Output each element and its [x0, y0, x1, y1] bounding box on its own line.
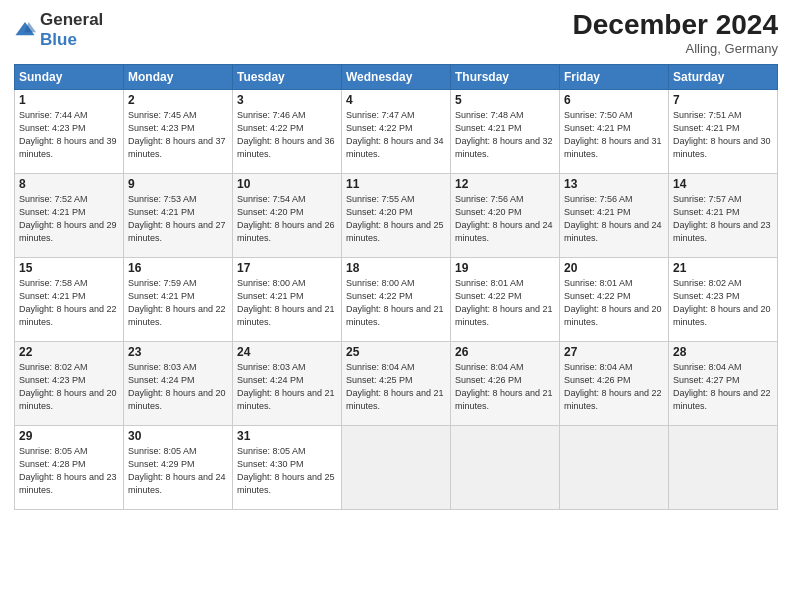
week-row-4: 29Sunrise: 8:05 AM Sunset: 4:28 PM Dayli… — [15, 425, 778, 509]
day-number: 16 — [128, 261, 228, 275]
calendar-header-row: SundayMondayTuesdayWednesdayThursdayFrid… — [15, 64, 778, 89]
cell-details: Sunrise: 8:04 AM Sunset: 4:26 PM Dayligh… — [564, 361, 664, 413]
day-number: 13 — [564, 177, 664, 191]
day-number: 1 — [19, 93, 119, 107]
day-number: 25 — [346, 345, 446, 359]
calendar-body: 1Sunrise: 7:44 AM Sunset: 4:23 PM Daylig… — [15, 89, 778, 509]
cell-details: Sunrise: 8:02 AM Sunset: 4:23 PM Dayligh… — [19, 361, 119, 413]
day-number: 15 — [19, 261, 119, 275]
day-header-monday: Monday — [124, 64, 233, 89]
calendar-cell: 22Sunrise: 8:02 AM Sunset: 4:23 PM Dayli… — [15, 341, 124, 425]
calendar-cell: 16Sunrise: 7:59 AM Sunset: 4:21 PM Dayli… — [124, 257, 233, 341]
calendar-cell: 21Sunrise: 8:02 AM Sunset: 4:23 PM Dayli… — [669, 257, 778, 341]
day-number: 17 — [237, 261, 337, 275]
calendar-cell: 15Sunrise: 7:58 AM Sunset: 4:21 PM Dayli… — [15, 257, 124, 341]
day-number: 3 — [237, 93, 337, 107]
day-number: 9 — [128, 177, 228, 191]
cell-details: Sunrise: 7:56 AM Sunset: 4:21 PM Dayligh… — [564, 193, 664, 245]
calendar-cell: 17Sunrise: 8:00 AM Sunset: 4:21 PM Dayli… — [233, 257, 342, 341]
cell-details: Sunrise: 8:00 AM Sunset: 4:21 PM Dayligh… — [237, 277, 337, 329]
calendar-cell: 31Sunrise: 8:05 AM Sunset: 4:30 PM Dayli… — [233, 425, 342, 509]
calendar-table: SundayMondayTuesdayWednesdayThursdayFrid… — [14, 64, 778, 510]
day-number: 7 — [673, 93, 773, 107]
cell-details: Sunrise: 8:04 AM Sunset: 4:25 PM Dayligh… — [346, 361, 446, 413]
calendar-cell — [560, 425, 669, 509]
week-row-1: 8Sunrise: 7:52 AM Sunset: 4:21 PM Daylig… — [15, 173, 778, 257]
calendar-cell: 1Sunrise: 7:44 AM Sunset: 4:23 PM Daylig… — [15, 89, 124, 173]
day-header-friday: Friday — [560, 64, 669, 89]
calendar-cell: 9Sunrise: 7:53 AM Sunset: 4:21 PM Daylig… — [124, 173, 233, 257]
day-number: 2 — [128, 93, 228, 107]
calendar-cell: 11Sunrise: 7:55 AM Sunset: 4:20 PM Dayli… — [342, 173, 451, 257]
day-header-thursday: Thursday — [451, 64, 560, 89]
calendar-cell: 13Sunrise: 7:56 AM Sunset: 4:21 PM Dayli… — [560, 173, 669, 257]
calendar-cell: 19Sunrise: 8:01 AM Sunset: 4:22 PM Dayli… — [451, 257, 560, 341]
cell-details: Sunrise: 8:03 AM Sunset: 4:24 PM Dayligh… — [237, 361, 337, 413]
cell-details: Sunrise: 8:05 AM Sunset: 4:30 PM Dayligh… — [237, 445, 337, 497]
logo-icon — [14, 19, 36, 41]
day-number: 5 — [455, 93, 555, 107]
calendar-cell — [342, 425, 451, 509]
logo-blue: Blue — [40, 30, 103, 50]
day-number: 19 — [455, 261, 555, 275]
cell-details: Sunrise: 7:47 AM Sunset: 4:22 PM Dayligh… — [346, 109, 446, 161]
day-number: 11 — [346, 177, 446, 191]
calendar-cell — [669, 425, 778, 509]
cell-details: Sunrise: 8:01 AM Sunset: 4:22 PM Dayligh… — [564, 277, 664, 329]
page: General Blue December 2024 Alling, Germa… — [0, 0, 792, 612]
day-number: 22 — [19, 345, 119, 359]
day-number: 12 — [455, 177, 555, 191]
title-block: December 2024 Alling, Germany — [573, 10, 778, 56]
day-number: 20 — [564, 261, 664, 275]
header: General Blue December 2024 Alling, Germa… — [14, 10, 778, 56]
cell-details: Sunrise: 8:02 AM Sunset: 4:23 PM Dayligh… — [673, 277, 773, 329]
calendar-cell: 2Sunrise: 7:45 AM Sunset: 4:23 PM Daylig… — [124, 89, 233, 173]
day-number: 14 — [673, 177, 773, 191]
cell-details: Sunrise: 7:53 AM Sunset: 4:21 PM Dayligh… — [128, 193, 228, 245]
calendar-cell: 29Sunrise: 8:05 AM Sunset: 4:28 PM Dayli… — [15, 425, 124, 509]
day-number: 24 — [237, 345, 337, 359]
cell-details: Sunrise: 7:51 AM Sunset: 4:21 PM Dayligh… — [673, 109, 773, 161]
cell-details: Sunrise: 7:48 AM Sunset: 4:21 PM Dayligh… — [455, 109, 555, 161]
logo: General Blue — [14, 10, 103, 50]
day-number: 27 — [564, 345, 664, 359]
cell-details: Sunrise: 7:54 AM Sunset: 4:20 PM Dayligh… — [237, 193, 337, 245]
calendar-cell: 5Sunrise: 7:48 AM Sunset: 4:21 PM Daylig… — [451, 89, 560, 173]
cell-details: Sunrise: 7:46 AM Sunset: 4:22 PM Dayligh… — [237, 109, 337, 161]
day-number: 21 — [673, 261, 773, 275]
cell-details: Sunrise: 7:59 AM Sunset: 4:21 PM Dayligh… — [128, 277, 228, 329]
day-header-saturday: Saturday — [669, 64, 778, 89]
calendar-cell: 7Sunrise: 7:51 AM Sunset: 4:21 PM Daylig… — [669, 89, 778, 173]
day-header-tuesday: Tuesday — [233, 64, 342, 89]
cell-details: Sunrise: 8:04 AM Sunset: 4:27 PM Dayligh… — [673, 361, 773, 413]
calendar-cell: 14Sunrise: 7:57 AM Sunset: 4:21 PM Dayli… — [669, 173, 778, 257]
day-number: 6 — [564, 93, 664, 107]
calendar-cell: 8Sunrise: 7:52 AM Sunset: 4:21 PM Daylig… — [15, 173, 124, 257]
calendar-cell: 28Sunrise: 8:04 AM Sunset: 4:27 PM Dayli… — [669, 341, 778, 425]
calendar-cell: 27Sunrise: 8:04 AM Sunset: 4:26 PM Dayli… — [560, 341, 669, 425]
calendar-cell: 3Sunrise: 7:46 AM Sunset: 4:22 PM Daylig… — [233, 89, 342, 173]
cell-details: Sunrise: 8:05 AM Sunset: 4:29 PM Dayligh… — [128, 445, 228, 497]
calendar-cell — [451, 425, 560, 509]
cell-details: Sunrise: 7:57 AM Sunset: 4:21 PM Dayligh… — [673, 193, 773, 245]
cell-details: Sunrise: 7:50 AM Sunset: 4:21 PM Dayligh… — [564, 109, 664, 161]
day-number: 28 — [673, 345, 773, 359]
cell-details: Sunrise: 8:04 AM Sunset: 4:26 PM Dayligh… — [455, 361, 555, 413]
calendar-cell: 24Sunrise: 8:03 AM Sunset: 4:24 PM Dayli… — [233, 341, 342, 425]
calendar-cell: 25Sunrise: 8:04 AM Sunset: 4:25 PM Dayli… — [342, 341, 451, 425]
day-number: 18 — [346, 261, 446, 275]
calendar-cell: 4Sunrise: 7:47 AM Sunset: 4:22 PM Daylig… — [342, 89, 451, 173]
day-header-wednesday: Wednesday — [342, 64, 451, 89]
cell-details: Sunrise: 8:03 AM Sunset: 4:24 PM Dayligh… — [128, 361, 228, 413]
calendar-cell: 18Sunrise: 8:00 AM Sunset: 4:22 PM Dayli… — [342, 257, 451, 341]
cell-details: Sunrise: 7:44 AM Sunset: 4:23 PM Dayligh… — [19, 109, 119, 161]
calendar-cell: 10Sunrise: 7:54 AM Sunset: 4:20 PM Dayli… — [233, 173, 342, 257]
cell-details: Sunrise: 7:58 AM Sunset: 4:21 PM Dayligh… — [19, 277, 119, 329]
cell-details: Sunrise: 8:00 AM Sunset: 4:22 PM Dayligh… — [346, 277, 446, 329]
day-number: 26 — [455, 345, 555, 359]
calendar-cell: 23Sunrise: 8:03 AM Sunset: 4:24 PM Dayli… — [124, 341, 233, 425]
day-number: 30 — [128, 429, 228, 443]
calendar-cell: 6Sunrise: 7:50 AM Sunset: 4:21 PM Daylig… — [560, 89, 669, 173]
cell-details: Sunrise: 8:01 AM Sunset: 4:22 PM Dayligh… — [455, 277, 555, 329]
cell-details: Sunrise: 7:56 AM Sunset: 4:20 PM Dayligh… — [455, 193, 555, 245]
